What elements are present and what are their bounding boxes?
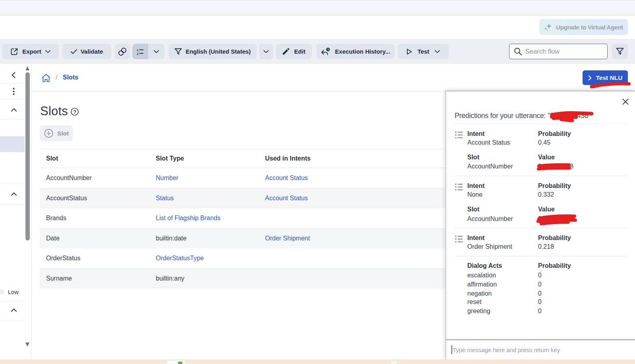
svg-text:2: 2 bbox=[137, 52, 139, 56]
svg-text:?: ? bbox=[73, 109, 76, 115]
svg-text:1: 1 bbox=[137, 48, 139, 52]
